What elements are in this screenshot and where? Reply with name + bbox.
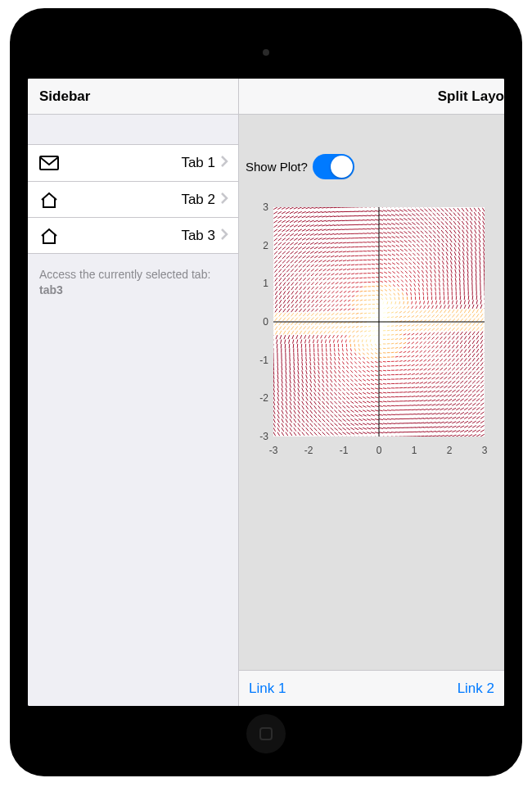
envelope-icon	[39, 156, 61, 170]
sidebar-item-tab3[interactable]: Tab 3	[28, 217, 238, 253]
y-tick: -1	[252, 355, 268, 366]
chevron-right-icon	[220, 228, 228, 244]
x-tick: -1	[340, 445, 349, 456]
show-plot-row: Show Plot?	[246, 154, 498, 179]
sidebar-note-selected: tab3	[39, 283, 63, 296]
svg-rect-0	[40, 156, 58, 170]
house-icon	[39, 227, 61, 245]
x-tick: 1	[412, 445, 417, 456]
sidebar-item-tab2[interactable]: Tab 2	[28, 181, 238, 217]
chevron-right-icon	[220, 192, 228, 208]
x-tick: 3	[482, 445, 488, 456]
toggle-thumb	[331, 156, 353, 178]
chevron-right-icon	[220, 155, 228, 171]
x-tick: -3	[269, 445, 278, 456]
footer-link-1[interactable]: Link 1	[249, 681, 286, 697]
sidebar-title: Sidebar	[28, 79, 238, 115]
sidebar-item-label: Tab 3	[61, 228, 220, 244]
y-tick: 1	[252, 278, 268, 289]
x-tick: -2	[304, 445, 313, 456]
sidebar-note: Access the currently selected tab: tab3	[28, 254, 238, 311]
tablet-home-button[interactable]	[246, 714, 286, 753]
sidebar-item-tab1[interactable]: Tab 1	[28, 145, 238, 181]
sidebar-spacer	[28, 115, 238, 144]
home-square-icon	[259, 727, 273, 740]
main-panel: Split Layo Show Plot? 3 2 1 0	[239, 79, 504, 706]
sidebar: Sidebar Tab 1	[28, 79, 239, 706]
x-tick: 0	[376, 445, 382, 456]
show-plot-label: Show Plot?	[246, 160, 308, 174]
y-tick: -3	[252, 431, 268, 442]
footer-toolbar: Link 1 Link 2	[239, 670, 504, 706]
y-tick: 3	[252, 201, 268, 213]
show-plot-toggle[interactable]	[313, 154, 354, 179]
main-title: Split Layo	[239, 79, 504, 115]
tablet-frame: Sidebar Tab 1	[10, 8, 522, 776]
app-screen: Sidebar Tab 1	[28, 79, 504, 706]
sidebar-item-label: Tab 2	[61, 192, 220, 208]
plot-canvas	[273, 207, 485, 436]
plot-container: 3 2 1 0 -1 -2 -3 -3 -2 -1 0 1 2	[246, 207, 498, 461]
y-tick: 2	[252, 240, 268, 251]
sidebar-note-prefix: Access the currently selected tab:	[39, 268, 210, 281]
main-content: Show Plot? 3 2 1 0 -1 -2	[239, 115, 504, 670]
sidebar-list: Tab 1 Tab 2	[28, 144, 238, 254]
tablet-camera	[263, 49, 269, 56]
footer-link-2[interactable]: Link 2	[458, 681, 494, 697]
x-tick: 2	[447, 445, 453, 456]
y-tick: -2	[252, 392, 268, 404]
y-tick: 0	[252, 316, 268, 328]
plot-area: 3 2 1 0 -1 -2 -3 -3 -2 -1 0 1 2	[252, 207, 485, 461]
house-icon	[39, 191, 61, 209]
sidebar-item-label: Tab 1	[61, 155, 220, 171]
